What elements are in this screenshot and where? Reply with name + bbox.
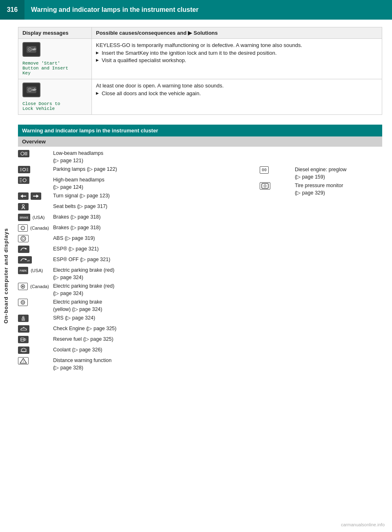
icon-cell-lowbeam (18, 150, 51, 157)
svg-rect-10 (34, 88, 35, 89)
preglow-text: Diesel engine: preglow(▷ page 159) (295, 166, 346, 181)
esp-icon (18, 246, 29, 253)
list-item: PARK (USA) Electric parking brake (red)(… (18, 267, 250, 281)
warning-section-header: Warning and indicator lamps in the instr… (18, 125, 382, 136)
brake-canada-tag: (Canada) (30, 226, 49, 230)
brake-usa-icon: BRAKE (18, 214, 30, 221)
list-item: Low-beam headlamps(▷ page 121) (18, 150, 250, 164)
seatbelt-text: Seat belts (▷ page 317) (53, 203, 107, 210)
icon-cell-distance-warning: ! (18, 357, 51, 364)
list-item: Parking lamps (▷ page 122) (18, 166, 250, 175)
park-usa-text: Electric parking brake (red)(▷ page 324) (53, 267, 114, 281)
display-cell-2: Close Doors toLock Vehicle (18, 79, 92, 115)
icon-cell-check-engine (18, 325, 51, 333)
tire-pressure-text: Tire pressure monitor(▷ page 329) (295, 182, 343, 197)
list-item: ! Tire pressure monitor(▷ page 329) (260, 182, 382, 197)
list-item: ESP® (▷ page 321) (18, 246, 250, 255)
icon-cell-coolant (18, 346, 51, 354)
solutions-list-1: Insert the SmartKey into the ignition lo… (96, 50, 378, 63)
svg-text:!: ! (264, 185, 266, 188)
main-content: Display messages Possible causes/consequ… (15, 20, 392, 380)
list-item: ! (Canada) Brakes (▷ page 318) (18, 224, 250, 233)
causes-text-1: KEYLESS-GO is temporarily malfunctioning… (96, 42, 378, 48)
icon-cell-srs (18, 315, 51, 322)
svg-rect-4 (34, 48, 35, 49)
park-canada-icon (18, 283, 28, 290)
list-item: Electric parking brake(yellow) (▷ page 3… (18, 299, 250, 313)
table-row: Close Doors toLock Vehicle At least one … (18, 79, 382, 115)
display-messages-table: Display messages Possible causes/consequ… (18, 27, 382, 115)
svg-point-52 (21, 301, 25, 304)
lowbeam-text: Low-beam headlamps(▷ page 121) (53, 150, 103, 164)
brake-canada-text: Brakes (▷ page 318) (53, 224, 100, 232)
park-yellow-icon (18, 299, 28, 306)
message-label-1: Remove 'Start'Button and InsertKey (22, 61, 87, 76)
park-usa-icon: PARK (18, 267, 28, 274)
reserve-fuel-text: Reserve fuel (▷ page 325) (53, 336, 114, 343)
svg-point-8 (29, 89, 31, 91)
icon-cell-brake-canada: ! (Canada) (18, 224, 51, 232)
solution-item: Close all doors and lock the vehicle aga… (96, 90, 378, 96)
icon-cell-park-canada: (Canada) (18, 283, 51, 290)
coolant-text: Coolant (▷ page 326) (53, 346, 102, 354)
header-bar: 316 Warning and indicator lamps in the i… (0, 0, 392, 20)
list-item: Seat belts (▷ page 317) (18, 203, 250, 212)
overview-right: 00 Diesel engine: preglow(▷ page 159) ! … (260, 150, 382, 373)
svg-rect-35 (33, 196, 36, 197)
list-item: (Canada) Electric parking brake (red)(▷ … (18, 283, 250, 297)
causes-text-2: At least one door is open. A warning ton… (96, 83, 378, 89)
icon-cell-preglow: 00 (260, 166, 292, 174)
list-item: off ESP® OFF (▷ page 321) (18, 256, 250, 265)
overview-left: Low-beam headlamps(▷ page 121) (18, 150, 250, 373)
parking-text: Parking lamps (▷ page 122) (53, 166, 117, 173)
list-item: Turn signal (▷ page 123) (18, 192, 250, 201)
lowbeam-icon (18, 150, 29, 157)
park-usa-tag: (USA) (31, 268, 43, 273)
turnsignal-text: Turn signal (▷ page 123) (53, 192, 110, 200)
icon-cell-esp (18, 246, 51, 253)
causes-cell-2: At least one door is open. A warning ton… (92, 79, 382, 115)
solution-item: Insert the SmartKey into the ignition lo… (96, 50, 378, 56)
list-item: Coolant (▷ page 326) (18, 346, 250, 355)
highbeam-icon (18, 177, 29, 184)
list-item: Reserve fuel (▷ page 325) (18, 336, 250, 345)
icon-cell-turnsignal (18, 192, 51, 200)
message-label-2: Close Doors toLock Vehicle (22, 101, 87, 111)
list-item: High-beam headlamps(▷ page 124) (18, 177, 250, 191)
brake-canada-icon: ! (18, 224, 28, 232)
list-item: ! Distance warning function(▷ page 328) (18, 357, 250, 371)
list-item: ABS (▷ page 319) (18, 235, 250, 244)
brake-usa-text: Brakes (▷ page 318) (53, 214, 100, 221)
reserve-fuel-icon (18, 336, 29, 343)
display-cell-1: Remove 'Start'Button and InsertKey (18, 39, 92, 79)
highbeam-text: High-beam headlamps(▷ page 124) (53, 177, 105, 191)
overview-header: Overview (18, 136, 382, 147)
icon-cell-abs (18, 235, 51, 242)
svg-text:!: ! (22, 360, 24, 363)
svg-rect-11 (36, 89, 36, 90)
park-canada-text: Electric parking brake (red)(▷ page 324) (53, 283, 114, 297)
check-engine-text: Check Engine (▷ page 325) (53, 325, 116, 333)
turnsignal-left-icon (18, 192, 29, 200)
col1-header: Display messages (18, 27, 92, 39)
distance-warning-icon: ! (18, 357, 29, 364)
turnsignal-right-icon (31, 192, 41, 200)
causes-cell-1: KEYLESS-GO is temporarily malfunctioning… (92, 39, 382, 79)
key-icon-2 (22, 83, 40, 97)
list-item: SRS (▷ page 324) (18, 315, 250, 324)
preglow-icon: 00 (260, 166, 269, 174)
svg-point-44 (22, 237, 24, 240)
icon-cell-parking (18, 166, 51, 173)
svg-point-53 (22, 302, 24, 303)
tire-pressure-icon: ! (260, 182, 270, 190)
icon-cell-park-usa: PARK (USA) (18, 267, 51, 274)
svg-rect-32 (23, 196, 26, 197)
abs-text: ABS (▷ page 319) (53, 235, 95, 242)
icon-cell-seatbelt (18, 203, 51, 210)
page-number: 316 (0, 0, 24, 20)
esp-off-icon: off (18, 256, 32, 264)
watermark: carmanualsonline.info (341, 522, 385, 527)
svg-rect-9 (32, 89, 36, 91)
header-title: Warning and indicator lamps in the instr… (24, 6, 198, 13)
side-label: On-board computer and displays (0, 20, 11, 532)
